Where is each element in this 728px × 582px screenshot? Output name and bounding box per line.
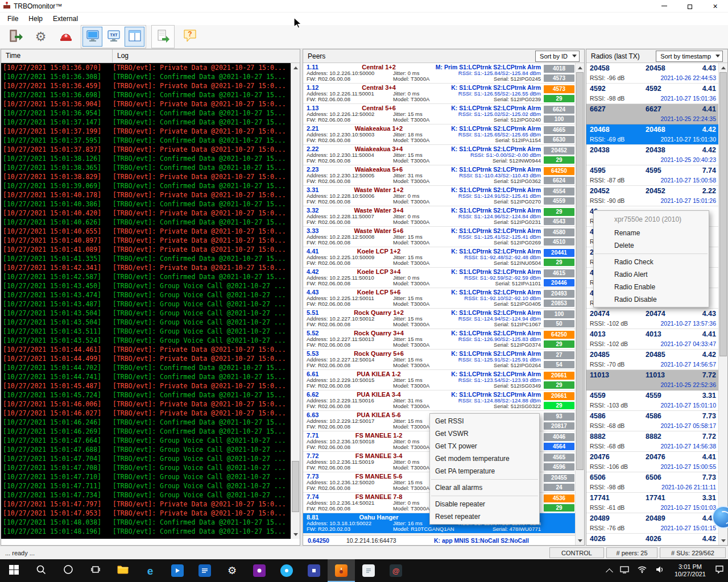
minimize-button[interactable] <box>651 0 677 12</box>
peer-row[interactable]: 1.11 Central 1+2 M: Prim S1:LCPtrnk S2:L… <box>303 63 576 84</box>
close-button[interactable]: × <box>702 0 728 12</box>
toolbar-alarm-button[interactable] <box>56 27 76 47</box>
context-menu-item[interactable]: Radio Disable <box>594 293 709 306</box>
radio-row[interactable]: 20489 20489 4.42 RSSI: -76 dB 2021-10-27… <box>586 513 719 534</box>
radio-row[interactable]: 11013 11013 7.72 2021-10-25 22:52:36 <box>586 370 719 390</box>
radio-row[interactable]: 6627 6627 4.41 2021-10-25 22:24:35 <box>586 104 719 124</box>
start-button[interactable] <box>0 559 27 582</box>
toolbar-monitor-view-button[interactable] <box>82 27 102 47</box>
peer-row[interactable]: 3.33 Waste Water 5+6 K: S1:LCPtrnk S2:LC… <box>303 227 576 247</box>
log-column-time[interactable]: Time <box>1 49 112 63</box>
peer-row[interactable]: 4.43 Koele LCP 5+6 K: S1:LCPtrnk S2:LCPt… <box>303 288 576 309</box>
toolbar-layout-button[interactable] <box>125 27 144 47</box>
scrollbar-thumb[interactable] <box>576 72 584 470</box>
peer-row[interactable]: 2.21 Waiakeakua 1+2 K: S1:LCPtrnk S2:LCP… <box>303 124 576 145</box>
store-app-button[interactable] <box>246 559 273 582</box>
scroll-down-arrow[interactable] <box>291 530 300 539</box>
skype-app-button[interactable] <box>273 559 300 582</box>
toolbar-export-button[interactable] <box>153 27 173 47</box>
radios-scrollbar[interactable] <box>718 63 727 545</box>
radio-row[interactable]: 8882 8882 7.72 RSSI: -68 dB 2021-10-27 1… <box>586 431 719 452</box>
radio-row[interactable]: 4592 4592 4.41 RSSI: -98 dB 2021-10-27 1… <box>586 84 719 104</box>
scroll-down-arrow[interactable] <box>719 536 727 545</box>
control-button[interactable]: CONTROL <box>549 547 604 558</box>
menu-item[interactable]: Help <box>23 13 48 24</box>
radio-row[interactable]: 20476 20476 4.41 RSSI: -106 dB 2021-10-2… <box>586 452 719 472</box>
file-explorer-button[interactable] <box>109 559 136 582</box>
mail-app-button[interactable]: @ <box>382 559 410 582</box>
hidden-icons-button[interactable] <box>603 559 616 582</box>
context-menu-item[interactable]: Reset repeater <box>430 510 539 523</box>
radio-row[interactable]: 4026 4026 4.42 <box>586 534 719 545</box>
radio-row[interactable]: 4595 4595 7.74 RSSI: -87 dB 2021-10-27 1… <box>586 165 719 186</box>
network-tray-button[interactable] <box>633 559 651 582</box>
radio-row[interactable]: 20452 20452 2.22 RSSI: -90 dB 2021-10-27… <box>586 186 719 206</box>
peer-row[interactable]: 1.12 Central 3+4 K: S1:LCPtrnk S2:LCPtrn… <box>303 84 576 104</box>
peer-row[interactable]: 1.13 Central 5+6 K: S1:LCPtrnk S2:LCPtrn… <box>303 104 576 124</box>
peer-row[interactable]: 5.51 Rock Quarry 1+2 K: S1:LCPtrnk S2:LC… <box>303 309 576 329</box>
menu-item[interactable]: External <box>48 13 83 24</box>
context-menu-item[interactable]: Rename <box>594 227 709 239</box>
context-menu-item[interactable]: Get TX power <box>430 440 539 452</box>
scroll-down-arrow[interactable] <box>576 536 584 545</box>
toolbar-help-button[interactable]: ? <box>180 27 200 47</box>
context-menu-item[interactable]: Get RSSI <box>430 415 539 427</box>
radio-row[interactable]: 6506 6506 7.73 RSSI: -98 dB 2021-10-26 2… <box>586 472 719 493</box>
taskbar-clock[interactable]: 3:01 PM 10/27/2021 <box>669 563 711 578</box>
teams-app-button[interactable] <box>300 559 328 582</box>
radio-row[interactable]: 17741 17741 3.31 RSSI: -61 dB 2021-10-27… <box>586 493 719 513</box>
edge-button[interactable]: e <box>136 559 164 582</box>
radio-row[interactable]: 20468 20468 4.42 RSSI: -69 dB 2021-10-27… <box>586 124 719 145</box>
peers-sort-select[interactable]: Sort by ID <box>535 51 580 62</box>
context-menu-item[interactable]: Get VSWR <box>430 427 539 440</box>
toolbar-text-log-button[interactable]: TXT <box>104 27 123 47</box>
settings-button[interactable]: ⚙ <box>218 559 246 582</box>
menu-item[interactable]: File <box>2 13 23 24</box>
toolbar-settings-button[interactable]: ⚙ <box>31 27 51 47</box>
context-menu-item[interactable]: Radio Enable <box>594 281 709 293</box>
radio-row[interactable]: 20474 20474 4.43 RSSI: -102 dB 2021-10-2… <box>586 309 719 329</box>
restore-button[interactable] <box>677 0 702 12</box>
peer-row[interactable]: 3.31 Waste Water 1+2 K: S1:LCPtrnk S2:LC… <box>303 186 576 206</box>
context-menu-item[interactable]: Clear all alarms <box>430 481 539 494</box>
peer-row[interactable]: 5.53 Rock Quarry 5+6 K: S1:LCPtrnk S2:LC… <box>303 350 576 370</box>
peer-row[interactable]: 6.61 PUA KILEA 1-2 K: S1:LCPtrnk S2:LCPt… <box>303 370 576 390</box>
peers-footer-row[interactable]: 0.64250 10.2.214.16:64473 K: app MNIS S1… <box>303 535 576 545</box>
peers-scrollbar[interactable] <box>575 63 584 545</box>
scrollbar-thumb[interactable] <box>292 461 299 512</box>
peer-row[interactable]: 4.41 Koele LCP 1+2 K: S1:LCPtrnk S2:LCPt… <box>303 247 576 268</box>
context-menu-item[interactable]: Disable repeater <box>430 498 539 510</box>
radios-sort-select[interactable]: Sort by timestamp <box>656 51 723 62</box>
radio-row[interactable]: 20485 20485 4.42 RSSI: -70 dB 2021-10-27… <box>586 350 719 370</box>
log-scrollbar[interactable] <box>291 63 300 539</box>
trbomonitor-taskbar-button[interactable] <box>328 559 355 582</box>
volume-tray-button[interactable] <box>651 559 669 582</box>
peer-row[interactable]: 3.32 Waste Water 3+4 K: S1:LCPtrnk S2:LC… <box>303 206 576 227</box>
context-menu-item[interactable]: Radio Check <box>594 256 709 268</box>
toolbar-exit-button[interactable] <box>6 27 26 47</box>
radio-row[interactable]: 4559 4559 3.31 RSSI: -103 dB 2021-10-27 … <box>586 390 719 411</box>
task-view-button[interactable] <box>82 559 109 582</box>
context-menu-item[interactable]: Get modem temperature <box>430 452 539 465</box>
peer-row[interactable]: 5.52 Rock Quarry 3+4 K: S1:LCPtrnk S2:LC… <box>303 329 576 350</box>
radio-row[interactable]: 4013 4013 4.41 RSSI: -102 dB 2021-10-27 … <box>586 329 719 350</box>
radio-row[interactable]: 20438 20438 4.42 2021-10-25 20:40:23 <box>586 145 719 165</box>
media-app-button[interactable] <box>164 559 191 582</box>
cortana-button[interactable] <box>55 559 82 582</box>
search-button[interactable] <box>27 559 55 582</box>
action-center-button[interactable] <box>711 559 728 582</box>
scroll-up-arrow[interactable] <box>719 63 727 72</box>
context-menu-item[interactable]: Delete <box>594 239 709 252</box>
context-menu-item[interactable] <box>595 253 708 254</box>
context-menu-item[interactable]: Get PA temperature <box>430 465 539 477</box>
context-menu-item[interactable] <box>431 496 538 496</box>
radio-row[interactable]: 20458 20458 4.43 RSSI: -96 dB 2021-10-26… <box>586 63 719 84</box>
scroll-up-arrow[interactable] <box>576 63 584 72</box>
document-app-button[interactable] <box>191 559 218 582</box>
context-menu-item[interactable]: Radio Alert <box>594 268 709 281</box>
peer-row[interactable]: 2.22 Waiakeakua 3+4 K: S1:LCPtrnk S2:LCP… <box>303 145 576 165</box>
scroll-up-arrow[interactable] <box>291 63 300 72</box>
scrollbar-thumb[interactable] <box>719 72 727 356</box>
radio-row[interactable]: 4586 4586 7.73 RSSI: -68 dB 2021-10-27 0… <box>586 411 719 431</box>
peer-row[interactable]: 4.42 Koele LCP 3+4 K: S1:LCPtrnk S2:LCPt… <box>303 268 576 288</box>
